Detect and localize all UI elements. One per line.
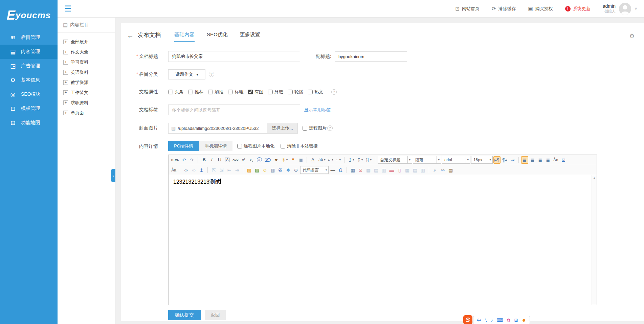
avatar[interactable] <box>619 3 631 15</box>
checkbox[interactable] <box>281 144 285 148</box>
attribute-checkbox[interactable]: 外链 <box>268 89 283 95</box>
font-family-select[interactable]: arial ▾ <box>442 156 470 164</box>
tree-item[interactable]: + 求职资料 <box>63 98 115 108</box>
attribute-checkbox[interactable]: 热文 <box>308 89 323 95</box>
gear-icon[interactable]: ⚙ <box>629 32 635 42</box>
detail-option-checkbox[interactable]: 远程图片本地化 <box>237 143 274 149</box>
tree-item[interactable]: + 单页面 <box>63 108 115 118</box>
tags-input[interactable] <box>168 105 300 115</box>
sep[interactable]: ▾ <box>345 157 345 163</box>
emotion[interactable]: ☺ ▾ <box>261 166 268 174</box>
ime-logo[interactable]: S <box>463 315 472 324</box>
merge-cells[interactable]: ▦ ▾ <box>404 166 411 174</box>
table-title[interactable]: ▦ ▾ <box>365 166 372 174</box>
expand-icon[interactable]: + <box>63 70 68 75</box>
subscript[interactable]: x₂ ▾ <box>248 156 255 164</box>
redo[interactable]: ↷ ▾ <box>188 156 195 164</box>
sep[interactable]: ▾ <box>307 157 307 163</box>
return-button[interactable]: 返回 <box>205 310 226 320</box>
sidebar-item-seo-module[interactable]: ◎ SEO模块 <box>0 87 58 101</box>
row-spacing-bottom[interactable]: ↧ ▾ <box>356 156 364 164</box>
sep[interactable]: ▾ <box>198 157 198 163</box>
tree-item[interactable]: + 全部展开 <box>63 37 115 47</box>
delete-row[interactable]: ▬ ▾ <box>388 166 395 174</box>
code-language-select[interactable]: 代码语言 ▾ <box>300 166 329 174</box>
insert-map[interactable]: ❖ ▾ <box>285 166 292 174</box>
help-icon[interactable]: ? <box>331 89 337 95</box>
attribute-checkbox[interactable]: 头条 <box>168 89 183 95</box>
expand-icon[interactable]: + <box>63 50 68 54</box>
line-height[interactable]: ⇅ ▾ <box>364 156 373 164</box>
editor-content-area[interactable]: 123213213213测试 ▲ <box>169 175 597 305</box>
paragraph-rtl[interactable]: ¶◂ ▾ <box>501 156 508 164</box>
tree-item[interactable]: + 英语资料 <box>63 67 115 77</box>
anchor[interactable]: ⚓ ▾ <box>198 166 205 174</box>
link[interactable]: ∞ ▾ <box>182 166 190 174</box>
unlink[interactable]: ∞ ▾ <box>190 166 197 174</box>
nav-system-update[interactable]: ! 系统更新 <box>565 6 591 12</box>
eraser[interactable]: ⌦ ▾ <box>264 156 272 164</box>
format-brush[interactable]: ✒ ▾ <box>273 156 280 164</box>
delete-col[interactable]: ▯ ▾ <box>396 166 403 174</box>
checkbox[interactable] <box>168 90 173 94</box>
attribute-checkbox[interactable]: 轮播 <box>288 89 303 95</box>
undo[interactable]: ↶ ▾ <box>180 156 187 164</box>
app-logo[interactable]: Eyoucms <box>0 0 58 30</box>
custom-title-select[interactable]: 自定义标题 ▾ <box>378 156 412 164</box>
sep[interactable]: ▾ <box>207 167 208 173</box>
expand-icon[interactable]: + <box>63 60 68 65</box>
attribute-checkbox[interactable]: 有图 <box>248 89 263 95</box>
remote-image-checkbox[interactable]: 远程图片 <box>303 125 327 131</box>
tree-item[interactable]: + 教学资源 <box>63 77 115 88</box>
attribute-checkbox[interactable]: 推荐 <box>188 89 203 95</box>
checkbox[interactable] <box>288 90 293 94</box>
insert-video[interactable]: ▥ ▾ <box>269 166 276 174</box>
ime-item-icon[interactable]: ✿ <box>507 318 511 322</box>
checkbox[interactable] <box>188 90 193 94</box>
sidebar-item-content-manage[interactable]: ▤ 内容管理 <box>0 45 58 59</box>
sidebar-item-function-map[interactable]: ⊞ 功能地图 <box>0 116 58 130</box>
ime-item-icon[interactable]: ♪ <box>491 318 493 322</box>
indent-left[interactable]: ⇤ ▾ <box>226 166 233 174</box>
sep[interactable]: ▾ <box>347 167 347 173</box>
letter-case[interactable]: Âa ▾ <box>552 156 559 164</box>
tree-item[interactable]: + 工作范文 <box>63 88 115 98</box>
paragraph-ltr[interactable]: ▸¶ ▾ <box>493 156 501 164</box>
underline[interactable]: U ▾ <box>216 156 223 164</box>
unordered-list[interactable]: •≡ ▾ <box>335 156 342 164</box>
justify-both[interactable]: ≣ ▾ <box>545 156 552 164</box>
preview[interactable]: ⊡ ▾ <box>560 156 567 164</box>
expand-icon[interactable]: + <box>63 40 68 44</box>
cover-path-field[interactable]: ▧ /uploads/allimg/20230208/1-23020PU532 <box>168 123 267 134</box>
detail-tab[interactable]: 手机端详情 <box>199 141 232 151</box>
confirm-submit-button[interactable]: 确认提交 <box>168 310 201 320</box>
sep[interactable]: ▾ <box>375 157 375 163</box>
sep[interactable]: ▾ <box>518 157 519 163</box>
category-select[interactable]: 话题作文 ▾ <box>168 69 205 79</box>
insert-table[interactable]: ▦ ▾ <box>349 166 356 174</box>
checkbox[interactable] <box>268 90 273 94</box>
letter-case-2[interactable]: Âa ▾ <box>170 166 177 174</box>
ime-item-icon[interactable]: 中 <box>477 318 481 322</box>
expand-icon[interactable]: + <box>63 90 68 95</box>
expand-icon[interactable]: + <box>63 80 68 85</box>
attribute-checkbox[interactable]: 加推 <box>208 89 223 95</box>
user-menu[interactable]: admin 创始人 ∨ <box>603 3 637 15</box>
sidebar-item-column-manage[interactable]: ≋ 栏目管理 <box>0 30 58 45</box>
source[interactable]: HTML ▾ <box>170 156 180 164</box>
nav-clear-cache[interactable]: ⟳ 清除缓存 <box>492 6 516 12</box>
checkbox[interactable] <box>308 90 313 94</box>
show-common-tags-link[interactable]: 显示常用标签 <box>304 107 331 113</box>
superscript[interactable]: x² ▾ <box>240 156 247 164</box>
find[interactable]: ∩∩ ▾ <box>439 166 446 174</box>
one-key-typeset[interactable]: ✳ ▾ <box>281 156 289 164</box>
choose-upload-button[interactable]: 选择上传... <box>267 123 298 134</box>
panel-collapse-handle[interactable]: ‹ <box>111 169 115 182</box>
strikethrough[interactable]: ABC ▾ <box>231 156 239 164</box>
paste[interactable]: ▤ ▾ <box>447 166 454 174</box>
insert-row[interactable]: ▤ ▾ <box>373 166 380 174</box>
subtitle-input[interactable] <box>335 51 407 62</box>
indent-first-line[interactable]: ⇱ ▾ <box>210 166 217 174</box>
ime-item-icon[interactable]: ’, <box>485 318 487 322</box>
ime-item-icon[interactable]: ☻ <box>521 318 526 322</box>
